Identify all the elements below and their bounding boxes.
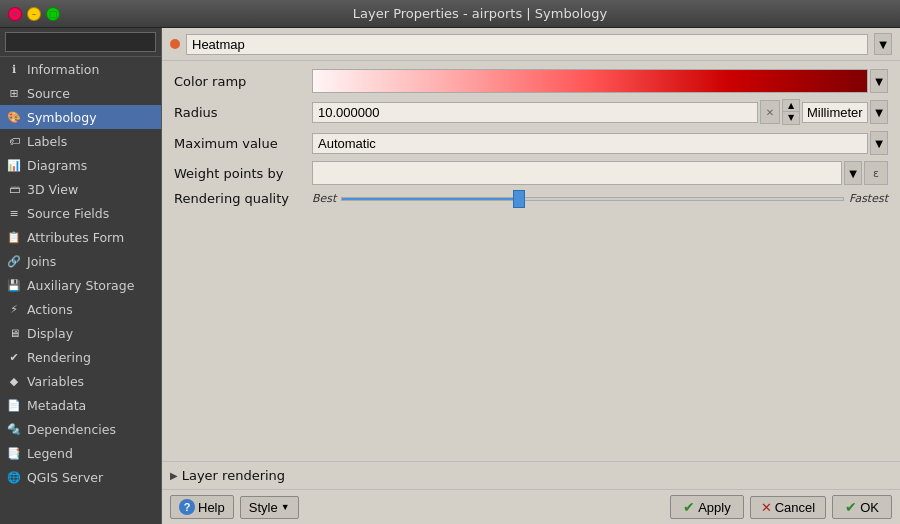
cancel-button[interactable]: ✕ Cancel <box>750 496 826 519</box>
weight-value: ▼ ε <box>312 161 888 185</box>
unit-dropdown-arrow[interactable]: ▼ <box>870 100 888 124</box>
source-fields-icon: ≡ <box>6 205 22 221</box>
sidebar-item-source[interactable]: ⊞ Source <box>0 81 161 105</box>
attributes-form-icon: 📋 <box>6 229 22 245</box>
display-icon: 🖥 <box>6 325 22 341</box>
sidebar-item-qgis-server[interactable]: 🌐 QGIS Server <box>0 465 161 489</box>
cancel-label: Cancel <box>775 500 815 515</box>
sidebar-item-diagrams[interactable]: 📊 Diagrams <box>0 153 161 177</box>
window-controls: × – □ <box>8 7 60 21</box>
apply-button[interactable]: ✔ Apply <box>670 495 744 519</box>
weight-select[interactable] <box>312 161 842 185</box>
sidebar-item-actions[interactable]: ⚡ Actions <box>0 297 161 321</box>
quality-slider[interactable] <box>341 197 844 201</box>
main-container: ℹ Information ⊞ Source 🎨 Symbology 🏷 Lab… <box>0 28 900 524</box>
radius-input[interactable]: 10.000000 <box>312 102 758 123</box>
metadata-icon: 📄 <box>6 397 22 413</box>
sidebar-item-attributes-form[interactable]: 📋 Attributes Form <box>0 225 161 249</box>
sidebar-item-label: Diagrams <box>27 158 87 173</box>
legend-icon: 📑 <box>6 445 22 461</box>
ok-label: OK <box>860 500 879 515</box>
sidebar-item-label: Display <box>27 326 73 341</box>
color-ramp-dropdown[interactable]: ▼ <box>870 69 888 93</box>
close-button[interactable]: × <box>8 7 22 21</box>
sidebar-item-label: Attributes Form <box>27 230 124 245</box>
quality-label: Rendering quality <box>174 191 304 206</box>
sidebar-item-display[interactable]: 🖥 Display <box>0 321 161 345</box>
sidebar-item-label: Legend <box>27 446 73 461</box>
color-ramp-label: Color ramp <box>174 74 304 89</box>
radius-spinbox: ▲ ▼ <box>782 99 800 125</box>
sidebar-item-dependencies[interactable]: 🔩 Dependencies <box>0 417 161 441</box>
sidebar-item-labels[interactable]: 🏷 Labels <box>0 129 161 153</box>
symbology-icon: 🎨 <box>6 109 22 125</box>
sidebar-item-label: Joins <box>27 254 56 269</box>
renderer-row: Heatmap Single Symbol Categorized Gradua… <box>162 28 900 61</box>
cancel-x-icon: ✕ <box>761 500 772 515</box>
sidebar-item-symbology[interactable]: 🎨 Symbology <box>0 105 161 129</box>
sidebar-item-information[interactable]: ℹ Information <box>0 57 161 81</box>
right-panel: Heatmap Single Symbol Categorized Gradua… <box>162 28 900 524</box>
radius-label: Radius <box>174 105 304 120</box>
sidebar-item-label: Actions <box>27 302 73 317</box>
weight-dropdown-arrow[interactable]: ▼ <box>844 161 862 185</box>
ok-check-icon: ✔ <box>845 499 857 515</box>
max-value-input[interactable]: Automatic <box>312 133 868 154</box>
style-label: Style <box>249 500 278 515</box>
auxiliary-storage-icon: 💾 <box>6 277 22 293</box>
dependencies-icon: 🔩 <box>6 421 22 437</box>
titlebar: × – □ Layer Properties - airports | Symb… <box>0 0 900 28</box>
radius-value: 10.000000 ✕ ▲ ▼ Millimeter Pixel Map uni… <box>312 99 888 125</box>
sidebar-item-3d-view[interactable]: 🗃 3D View <box>0 177 161 201</box>
sidebar-item-legend[interactable]: 📑 Legend <box>0 441 161 465</box>
minimize-button[interactable]: – <box>27 7 41 21</box>
layer-rendering-label: Layer rendering <box>182 468 285 483</box>
max-value-dropdown[interactable]: ▼ <box>870 131 888 155</box>
unit-select[interactable]: Millimeter Pixel Map unit <box>802 102 868 123</box>
sidebar-item-label: Variables <box>27 374 84 389</box>
sidebar-item-joins[interactable]: 🔗 Joins <box>0 249 161 273</box>
sidebar-item-source-fields[interactable]: ≡ Source Fields <box>0 201 161 225</box>
weight-label: Weight points by <box>174 166 304 181</box>
sidebar-item-rendering[interactable]: ✔ Rendering <box>0 345 161 369</box>
style-dropdown-arrow: ▼ <box>281 502 290 512</box>
maximize-button[interactable]: □ <box>46 7 60 21</box>
sidebar-item-auxiliary-storage[interactable]: 💾 Auxiliary Storage <box>0 273 161 297</box>
help-button[interactable]: ? Help <box>170 495 234 519</box>
ok-button[interactable]: ✔ OK <box>832 495 892 519</box>
style-button[interactable]: Style ▼ <box>240 496 299 519</box>
sidebar-item-label: Rendering <box>27 350 91 365</box>
max-value-row: Maximum value Automatic ▼ <box>174 131 888 155</box>
joins-icon: 🔗 <box>6 253 22 269</box>
apply-check-icon: ✔ <box>683 499 695 515</box>
apply-label: Apply <box>698 500 731 515</box>
radius-clear-button[interactable]: ✕ <box>760 100 780 124</box>
sidebar-item-metadata[interactable]: 📄 Metadata <box>0 393 161 417</box>
quality-row: Rendering quality Best Fastest <box>174 191 888 206</box>
sidebar-item-variables[interactable]: ◆ Variables <box>0 369 161 393</box>
weight-expression-button[interactable]: ε <box>864 161 888 185</box>
sidebar: ℹ Information ⊞ Source 🎨 Symbology 🏷 Lab… <box>0 28 162 524</box>
color-ramp-bar[interactable] <box>312 69 868 93</box>
labels-icon: 🏷 <box>6 133 22 149</box>
sidebar-item-label: Dependencies <box>27 422 116 437</box>
diagrams-icon: 📊 <box>6 157 22 173</box>
layer-rendering-toggle[interactable]: ▶ Layer rendering <box>170 468 892 483</box>
qgis-server-icon: 🌐 <box>6 469 22 485</box>
renderer-dropdown-arrow[interactable]: ▼ <box>874 33 892 55</box>
layer-rendering-section: ▶ Layer rendering <box>162 461 900 489</box>
sidebar-item-label: Metadata <box>27 398 86 413</box>
color-ramp-row: Color ramp ▼ <box>174 69 888 93</box>
help-icon: ? <box>179 499 195 515</box>
radius-increment-button[interactable]: ▲ <box>783 100 799 112</box>
renderer-select[interactable]: Heatmap Single Symbol Categorized Gradua… <box>186 34 868 55</box>
radius-decrement-button[interactable]: ▼ <box>783 112 799 124</box>
search-input[interactable] <box>5 32 156 52</box>
bottom-bar: ? Help Style ▼ ✔ Apply ✕ Cancel ✔ <box>162 489 900 524</box>
variables-icon: ◆ <box>6 373 22 389</box>
weight-row: Weight points by ▼ ε <box>174 161 888 185</box>
max-value-value: Automatic ▼ <box>312 131 888 155</box>
sidebar-item-label: Auxiliary Storage <box>27 278 134 293</box>
renderer-dot <box>170 39 180 49</box>
sidebar-item-label: Information <box>27 62 99 77</box>
